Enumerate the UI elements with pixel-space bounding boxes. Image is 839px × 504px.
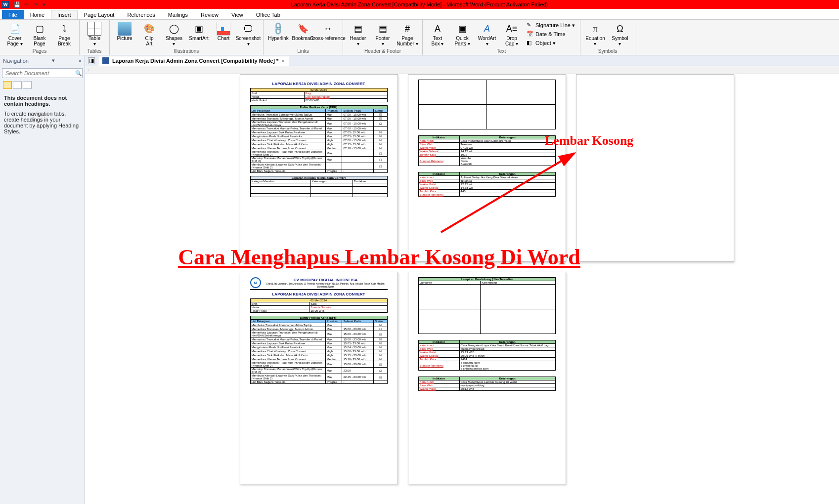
table-row: Situs Webmocipay.com/blog bbox=[418, 347, 555, 351]
redo-icon[interactable]: ↷ bbox=[32, 1, 39, 8]
table-row: Membuat Kembali Laporan Stok Pulsa dan T… bbox=[250, 374, 387, 380]
screenshot-button[interactable]: 🖵Screenshot ▾ bbox=[236, 21, 260, 46]
object-icon: ◧ bbox=[527, 40, 533, 46]
nav-empty-message: This document does not contain headings.… bbox=[4, 95, 81, 138]
annotation-arrow-icon bbox=[431, 148, 589, 237]
tab-mailings[interactable]: Mailings bbox=[162, 10, 194, 19]
nav-search[interactable]: 🔍 bbox=[2, 68, 83, 78]
tab-insert[interactable]: Insert bbox=[51, 10, 78, 19]
table-row: Waktu Mulai15:33 WIB bbox=[418, 351, 555, 354]
smartart-icon: ▣ bbox=[192, 22, 206, 36]
nav-view-headings-icon[interactable] bbox=[3, 81, 12, 89]
symbol-icon: Ω bbox=[613, 22, 627, 36]
group-header-footer: ▤Header ▾ ▤Footer ▾ #Page Number ▾ Heade… bbox=[343, 20, 423, 55]
screenshot-icon: 🖵 bbox=[241, 22, 255, 36]
footer-button[interactable]: ▤Footer ▾ bbox=[371, 21, 395, 46]
chart-button[interactable]: Chart bbox=[212, 21, 235, 46]
hyperlink-button[interactable]: 🔗Hyperlink bbox=[266, 21, 290, 41]
group-tables: Table ▾ Tables bbox=[80, 20, 110, 55]
crossref-button[interactable]: ↔Cross-reference bbox=[316, 21, 340, 41]
table-row: Memeriksa Transaksi Tidak Ada Yang Belum… bbox=[250, 150, 387, 157]
page-1[interactable]: LAPORAN KERJA DIVISI ADMIN ZONA CONVERT … bbox=[240, 74, 398, 262]
group-links-label: Links bbox=[266, 48, 340, 54]
nav-view-pages-icon[interactable] bbox=[13, 81, 22, 89]
tab-review[interactable]: Review bbox=[194, 10, 225, 19]
ruler-toggle-icon[interactable]: ◨ bbox=[88, 57, 95, 64]
smartart-button[interactable]: ▣SmartArt bbox=[187, 21, 211, 46]
quickparts-button[interactable]: ▣Quick Parts ▾ bbox=[450, 21, 474, 47]
group-symbols: πEquation ▾ ΩSymbol ▾ Symbols bbox=[580, 20, 635, 55]
group-illustrations-label: Illustrations bbox=[113, 48, 260, 54]
wordart-icon: A bbox=[480, 22, 494, 36]
search-input[interactable] bbox=[4, 70, 75, 77]
crossref-icon: ↔ bbox=[321, 22, 335, 36]
group-text-label: Text bbox=[426, 48, 577, 54]
table-row: Memeriksa Chat Whatsapp Zona ConvertHigh… bbox=[250, 349, 387, 353]
table-row: Mengirimkan Push Notifikasi PembukaMax07… bbox=[250, 134, 387, 138]
object-button[interactable]: ◧Object ▾ bbox=[525, 39, 577, 47]
clipart-button[interactable]: 🎨Clip Art bbox=[137, 21, 161, 46]
blank-page-button[interactable]: ▢Blank Page bbox=[28, 21, 51, 46]
table-row: Waktu Selesai20:06 WIB (Finish) bbox=[418, 354, 555, 358]
document-tab-close-icon[interactable]: × bbox=[281, 58, 284, 64]
search-icon[interactable]: 🔍 bbox=[75, 70, 82, 77]
tab-file[interactable]: File bbox=[2, 10, 24, 19]
shapes-icon: ◯ bbox=[167, 22, 181, 36]
page-break-button[interactable]: ⤵Page Break bbox=[52, 21, 76, 46]
table-row: Memeriksa Transaksi Tidak Ada Yang Belum… bbox=[250, 361, 387, 368]
document-tab-bar: ◨ Laporan Kerja Divisi Admin Zona Conver… bbox=[85, 55, 839, 66]
footer-icon: ▤ bbox=[376, 22, 390, 36]
clipart-icon: 🎨 bbox=[142, 22, 156, 36]
nav-close-icon[interactable]: × bbox=[79, 58, 82, 64]
picture-icon bbox=[118, 22, 132, 36]
picture-button[interactable]: Picture bbox=[113, 21, 136, 46]
group-tables-label: Tables bbox=[83, 48, 106, 54]
tab-page-layout[interactable]: Page Layout bbox=[78, 10, 121, 19]
date-time-button[interactable]: 📅Date & Time bbox=[525, 30, 577, 39]
horizontal-ruler[interactable]: ⌐ bbox=[85, 66, 839, 74]
tab-office-tab[interactable]: Office Tab bbox=[250, 10, 287, 19]
cover-page-button[interactable]: 📄Cover Page ▾ bbox=[3, 21, 27, 46]
nav-view-results-icon[interactable] bbox=[23, 81, 32, 89]
group-links: 🔗Hyperlink 🔖Bookmark ↔Cross-reference Li… bbox=[264, 20, 343, 55]
table-button[interactable]: Table ▾ bbox=[83, 21, 106, 46]
equation-button[interactable]: πEquation ▾ bbox=[583, 21, 607, 46]
group-symbols-label: Symbols bbox=[583, 48, 632, 54]
document-canvas[interactable]: LAPORAN KERJA DIVISI ADMIN ZONA CONVERT … bbox=[85, 74, 839, 504]
document-tab-label: Laporan Kerja Divisi Admin Zona Convert … bbox=[112, 58, 278, 64]
undo-icon[interactable]: ↶ bbox=[23, 1, 30, 8]
page-4[interactable]: Lampiran Pendukung (Jika Tersedia) Lampi… bbox=[408, 272, 566, 484]
wordart-button[interactable]: AWordArt ▾ bbox=[475, 21, 499, 47]
cover-page-icon: 📄 bbox=[8, 22, 22, 36]
dropcap-button[interactable]: A≡Drop Cap ▾ bbox=[500, 21, 524, 47]
table-row: Kata KunciCara menghapus akun Dana premi… bbox=[418, 139, 555, 143]
document-icon bbox=[102, 57, 109, 64]
table-row: Memeriksa Ulasan Terbaru Zona ConvertMed… bbox=[250, 357, 387, 361]
page-3[interactable]: M CV MOCIPAY DIGITAL INDONEISA Grand Jat… bbox=[240, 272, 398, 484]
table-icon bbox=[88, 22, 101, 36]
table-row: Situs Webmocipay.com/blog bbox=[418, 384, 555, 387]
report-title: LAPORAN KERJA DIVISI ADMIN ZONA CONVERT bbox=[250, 82, 388, 86]
signature-icon: ✎ bbox=[527, 22, 533, 29]
title-bar: W 💾 ↶ ↷ ▾ Laporan Kerja Divisi Admin Zon… bbox=[0, 0, 839, 9]
document-tab[interactable]: Laporan Kerja Divisi Admin Zona Convert … bbox=[98, 56, 289, 66]
bookmark-icon: 🔖 bbox=[296, 22, 310, 36]
tab-home[interactable]: Home bbox=[24, 10, 51, 19]
table-row: Mengirimkan Push Notifikasi PembukaMax15… bbox=[250, 345, 387, 349]
table-row: Memeriksa Laporan Stok Pulsa RealtimeMax… bbox=[250, 130, 387, 134]
tab-references[interactable]: References bbox=[121, 10, 161, 19]
shapes-button[interactable]: ◯Shapes ▾ bbox=[162, 21, 186, 46]
qat-customize-icon[interactable]: ▾ bbox=[41, 1, 47, 8]
signature-line-button[interactable]: ✎Signature Line ▾ bbox=[525, 21, 577, 30]
header-button[interactable]: ▤Header ▾ bbox=[346, 21, 370, 46]
page-number-button[interactable]: #Page Number ▾ bbox=[396, 21, 419, 46]
textbox-button[interactable]: AText Box ▾ bbox=[426, 21, 449, 47]
symbol-button[interactable]: ΩSymbol ▾ bbox=[608, 21, 632, 46]
save-icon[interactable]: 💾 bbox=[14, 1, 21, 8]
tab-view[interactable]: View bbox=[225, 10, 250, 19]
quickparts-icon: ▣ bbox=[455, 22, 469, 36]
page-empty[interactable] bbox=[576, 74, 734, 262]
nav-dropdown-icon[interactable]: ▾ bbox=[52, 57, 55, 64]
table-row: Memantau Transaksi Manual Pulsa, Transfe… bbox=[250, 337, 387, 341]
header-icon: ▤ bbox=[351, 22, 365, 36]
